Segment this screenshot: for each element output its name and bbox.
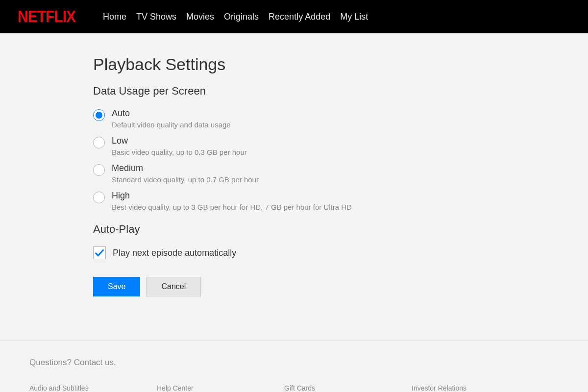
radio-high[interactable] <box>93 192 105 203</box>
radio-medium[interactable] <box>93 164 105 176</box>
radio-description: Standard video quality, up to 0.7 GB per… <box>112 175 495 184</box>
main-content: Playback Settings Data Usage per Screen … <box>93 33 495 296</box>
radio-low[interactable] <box>93 137 105 148</box>
footer-link-investor-relations[interactable]: Investor Relations <box>412 384 539 392</box>
footer-link-audio-subtitles[interactable]: Audio and Subtitles <box>29 384 157 392</box>
checkmark-icon <box>94 247 105 258</box>
radio-label: Medium <box>112 163 495 173</box>
footer-question[interactable]: Questions? Contact us. <box>29 358 559 368</box>
radio-description: Default video quality and data usage <box>112 121 495 129</box>
radio-description: Basic video quality, up to 0.3 GB per ho… <box>112 148 495 156</box>
radio-label: Auto <box>112 108 495 119</box>
radio-option-auto: Auto Default video quality and data usag… <box>93 108 495 129</box>
radio-content: Low Basic video quality, up to 0.3 GB pe… <box>112 136 495 156</box>
footer: Questions? Contact us. Audio and Subtitl… <box>0 341 588 392</box>
nav-recently-added[interactable]: Recently Added <box>269 12 330 22</box>
radio-description: Best video quality, up to 3 GB per hour … <box>112 203 495 211</box>
radio-auto[interactable] <box>93 109 105 121</box>
nav-my-list[interactable]: My List <box>340 12 368 22</box>
autoplay-title: Auto-Play <box>93 223 495 236</box>
nav-tv-shows[interactable]: TV Shows <box>136 12 176 22</box>
radio-content: Auto Default video quality and data usag… <box>112 108 495 129</box>
page-title: Playback Settings <box>93 55 495 74</box>
data-usage-title: Data Usage per Screen <box>93 85 495 98</box>
netflix-logo[interactable]: NETFLIX <box>18 7 75 25</box>
footer-link-help-center[interactable]: Help Center <box>157 384 284 392</box>
autoplay-checkbox-label: Play next episode automatically <box>113 248 236 258</box>
nav-movies[interactable]: Movies <box>186 12 214 22</box>
nav-originals[interactable]: Originals <box>224 12 259 22</box>
save-button[interactable]: Save <box>93 277 140 296</box>
radio-content: High Best video quality, up to 3 GB per … <box>112 191 495 211</box>
radio-option-high: High Best video quality, up to 3 GB per … <box>93 191 495 211</box>
nav: Home TV Shows Movies Originals Recently … <box>103 12 368 22</box>
nav-home[interactable]: Home <box>103 12 126 22</box>
header: NETFLIX Home TV Shows Movies Originals R… <box>0 0 588 33</box>
data-usage-radio-group: Auto Default video quality and data usag… <box>93 108 495 211</box>
footer-link-gift-cards[interactable]: Gift Cards <box>284 384 412 392</box>
autoplay-checkbox[interactable] <box>93 246 106 259</box>
radio-content: Medium Standard video quality, up to 0.7… <box>112 163 495 184</box>
autoplay-checkbox-row: Play next episode automatically <box>93 246 495 259</box>
radio-label: Low <box>112 136 495 146</box>
button-row: Save Cancel <box>93 277 495 296</box>
footer-links: Audio and Subtitles Help Center Gift Car… <box>29 384 559 392</box>
radio-option-low: Low Basic video quality, up to 0.3 GB pe… <box>93 136 495 156</box>
radio-label: High <box>112 191 495 201</box>
cancel-button[interactable]: Cancel <box>146 277 201 296</box>
radio-option-medium: Medium Standard video quality, up to 0.7… <box>93 163 495 184</box>
